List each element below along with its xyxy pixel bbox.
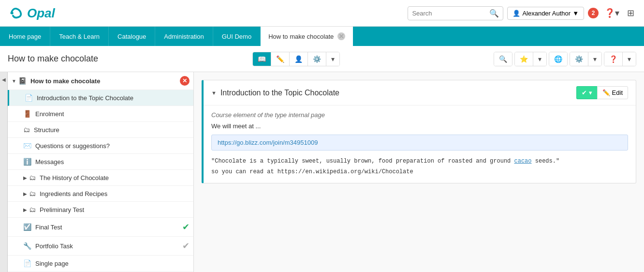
nav-tab-active[interactable]: How to make chocolate ✕ — [261, 27, 353, 46]
sidebar-label-3: Questions or suggestions? — [35, 142, 190, 150]
checkbox-icon: ☑️ — [23, 223, 31, 231]
user-name: Alexander Author — [522, 10, 571, 17]
sidebar-item-portfolio[interactable]: 🔧 Portfolio Task ✔ — [8, 237, 193, 256]
right-star-group: ⭐ ▾ — [514, 52, 547, 66]
sidebar-item-enrolment[interactable]: 🚪 Enrolment — [8, 106, 193, 122]
view-user-button[interactable]: 👤 — [290, 52, 308, 66]
view-gear-button[interactable]: ⚙️ — [308, 52, 326, 66]
mono-cacao-link[interactable]: cacao — [514, 158, 532, 165]
content-area: ▼ Introduction to the Topic Chocolate ✔ … — [194, 72, 644, 272]
view-book-button[interactable]: 📖 — [253, 52, 271, 66]
sidebar-item-structure[interactable]: 🗂 Structure — [8, 122, 193, 138]
sidebar-item-singlepage[interactable]: 📄 Single page — [8, 256, 193, 272]
notification-badge[interactable]: 2 — [588, 8, 599, 18]
right-globe-button[interactable]: 🌐 — [549, 52, 567, 66]
content-card-body: Course element of the type internal page… — [204, 106, 636, 183]
nav-item-catalogue[interactable]: Catalogue — [109, 27, 155, 46]
nav-item-gui[interactable]: GUI Demo — [213, 27, 261, 46]
sidebar-item-finaltest[interactable]: ☑️ Final Test ✔ — [8, 218, 193, 237]
sub-toolbar: How to make chocolate 📖 ✏️ 👤 ⚙️ ▾ 🔍 ⭐ ▾ … — [0, 46, 644, 72]
content-subtitle: Course element of the type internal page — [211, 111, 628, 119]
nav-item-homepage[interactable]: Home page — [0, 27, 50, 46]
page-icon-0: 📄 — [25, 94, 33, 102]
right-star-button[interactable]: ⭐ — [515, 52, 533, 66]
envelope-icon: ✉️ — [23, 142, 31, 150]
sidebar-item-messages[interactable]: ℹ️ Messages — [8, 154, 193, 170]
nav-item-admin[interactable]: Administration — [155, 27, 213, 46]
right-help-button[interactable]: ❓ — [604, 52, 623, 66]
right-settings-button[interactable]: ⚙️ — [570, 52, 588, 66]
preliminary-expand-icon: ▶ — [23, 207, 27, 212]
sidebar-item-history[interactable]: ▶ 🗂 The History of Chocolate — [8, 170, 193, 186]
content-card-title: Introduction to the Topic Chocolate — [220, 89, 576, 97]
edit-button-group: ✔ ▾ ✏️ Edit — [576, 86, 628, 99]
view-edit-button[interactable]: ✏️ — [271, 52, 290, 66]
sidebar-label-1: Enrolment — [35, 110, 190, 118]
right-star-dropdown[interactable]: ▾ — [533, 52, 546, 66]
mono-line1: "Chocolate is a typically sweet, usually… — [211, 156, 628, 167]
right-search-button[interactable]: 🔍 — [494, 52, 512, 66]
logo: Opal — [8, 4, 55, 22]
top-bar-right: 🔍 👤 Alexander Author ▼ 2 ❓▾ ⊞ — [408, 6, 636, 20]
layers-icon-2: 🗂 — [23, 126, 30, 134]
page-title: How to make chocolate — [8, 54, 98, 64]
logout-button[interactable]: ⊞ — [625, 6, 636, 20]
layers-icon-7: 🗂 — [29, 206, 36, 213]
sidebar-close-icon[interactable]: ✕ — [180, 76, 190, 86]
content-link-box[interactable]: https://go.blizz.com/join/m34951009 — [211, 135, 628, 151]
singlepage-icon: 📄 — [23, 259, 31, 267]
sidebar-item-preliminary[interactable]: ▶ 🗂 Preliminary Test — [8, 202, 193, 218]
right-settings-dropdown[interactable]: ▾ — [588, 52, 601, 66]
sidebar-item-ingredients[interactable]: ▶ 🗂 Ingredients and Recipes — [8, 186, 193, 202]
nav-tab-close-icon[interactable]: ✕ — [337, 32, 345, 40]
history-expand-icon: ▶ — [23, 175, 27, 181]
content-card: ▼ Introduction to the Topic Chocolate ✔ … — [202, 80, 636, 183]
search-box: 🔍 — [408, 6, 503, 20]
top-bar: Opal 🔍 👤 Alexander Author ▼ 2 ❓▾ ⊞ — [0, 0, 644, 27]
edit-button[interactable]: ✏️ Edit — [597, 86, 628, 99]
sidebar-collapse-handle[interactable]: ◀ — [0, 72, 8, 272]
portfolio-badge: ✔ — [182, 241, 190, 251]
logo-icon — [8, 4, 25, 22]
main-layout: ◀ ▼ 📓 How to make chocolate ✕ 📄 Introduc… — [0, 72, 644, 272]
sidebar-label-4: Messages — [35, 158, 190, 166]
mono-line2: so you can read at https://en.wikipedia.… — [211, 167, 628, 178]
enrol-icon: 🚪 — [23, 110, 31, 118]
search-input[interactable] — [412, 10, 489, 17]
user-icon: 👤 — [512, 10, 520, 17]
view-more-button[interactable]: ▾ — [326, 52, 339, 66]
sidebar-label-5: The History of Chocolate — [40, 174, 190, 181]
ingredients-expand-icon: ▶ — [23, 191, 27, 196]
finaltest-badge: ✔ — [182, 222, 190, 232]
sidebar-label-9: Portfolio Task — [35, 242, 182, 250]
layers-icon-6: 🗂 — [29, 190, 36, 197]
help-button[interactable]: ❓▾ — [602, 6, 621, 20]
layers-icon-5: 🗂 — [29, 174, 36, 181]
search-button[interactable]: 🔍 — [489, 9, 499, 18]
sidebar-label-2: Structure — [34, 126, 190, 134]
logo-text: Opal — [27, 6, 55, 21]
content-mono: "Chocolate is a typically sweet, usually… — [211, 156, 628, 177]
root-expand-icon: ▼ — [12, 78, 16, 84]
user-menu-button[interactable]: 👤 Alexander Author ▼ — [507, 7, 584, 20]
sidebar-item-introduction[interactable]: 📄 Introduction to the Topic Chocolate — [8, 90, 193, 106]
check-button[interactable]: ✔ ▾ — [576, 86, 597, 99]
nav-item-teach[interactable]: Teach & Learn — [50, 27, 109, 46]
mono-text-before: "Chocolate is a typically sweet, usually… — [211, 158, 514, 165]
sidebar-label-0: Introduction to the Topic Chocolate — [37, 94, 190, 102]
sidebar-label-10: Single page — [35, 260, 190, 267]
wrench-icon: 🔧 — [23, 242, 31, 250]
user-dropdown-icon: ▼ — [572, 10, 579, 17]
right-help-dropdown[interactable]: ▾ — [623, 52, 636, 66]
sidebar-label-6: Ingredients and Recipes — [40, 190, 190, 197]
right-tools: 🔍 — [494, 52, 512, 66]
view-mode-group: 📖 ✏️ 👤 ⚙️ ▾ — [252, 52, 340, 66]
svg-point-0 — [11, 12, 13, 14]
sidebar-root-item[interactable]: ▼ 📓 How to make chocolate ✕ — [8, 72, 193, 90]
root-book-icon: 📓 — [18, 77, 27, 85]
right-settings-group: ⚙️ ▾ — [570, 52, 602, 66]
right-globe-group: 🌐 — [549, 52, 568, 66]
sidebar-label-8: Final Test — [35, 224, 182, 231]
sidebar-item-questions[interactable]: ✉️ Questions or suggestions? — [8, 138, 193, 154]
nav-tab-label: How to make chocolate — [268, 33, 334, 40]
